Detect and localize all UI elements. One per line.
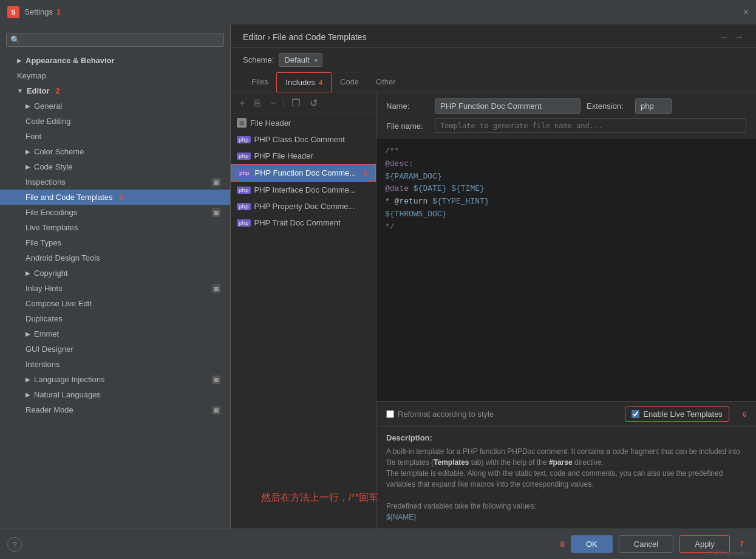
template-item-php-file-header[interactable]: php PHP File Header [231,148,376,164]
duplicate-template-button[interactable]: ❐ [289,96,302,110]
filename-label: File name: [386,122,429,131]
tab-files[interactable]: Files [243,72,276,92]
php-badge: php [237,170,251,177]
watermark: CSDN @vvvbird [707,550,751,557]
template-item-php-property-doc[interactable]: php PHP Property Doc Comme... [231,198,376,214]
file-header-icon: ▤ [237,118,247,128]
php-badge: php [237,187,251,194]
scheme-label: Scheme: [243,55,274,64]
window-title: Settings [24,7,53,16]
li-badge: ▦ [212,376,220,384]
expand-icon-cs: ▶ [26,148,30,155]
reset-template-button[interactable]: ↺ [307,96,320,110]
sidebar-item-color-scheme[interactable]: ▶ Color Scheme [0,144,230,159]
sidebar-item-language-injections[interactable]: ▶ Language Injections ▦ [0,372,230,387]
name-label: Name: [386,101,429,111]
tabs-row: Files Includes4 Code Other [231,72,756,92]
sidebar-item-keymap[interactable]: Keymap [0,68,230,83]
search-input[interactable] [22,36,220,44]
content-area: Editor › File and Code Templates ← → Sch… [231,24,756,529]
sidebar-item-file-types[interactable]: File Types [0,235,230,250]
search-icon: 🔍 [10,35,20,44]
content-header: Editor › File and Code Templates ← → [231,24,756,48]
sidebar-item-code-editing[interactable]: Code Editing [0,114,230,129]
tab-includes[interactable]: Includes4 [276,72,332,92]
add-template-button[interactable]: + [237,97,247,110]
template-item-php-class-doc[interactable]: php PHP Class Doc Comment [231,131,376,148]
template-item-php-interface-doc[interactable]: php PHP Interface Doc Comme... [231,182,376,198]
remove-template-button[interactable]: − [268,97,278,110]
sidebar-item-emmet[interactable]: ▶ Emmet [0,326,230,341]
expand-icon-code-style: ▶ [26,163,30,170]
editor-panel: Name: Extension: File name: /** @desc: [376,92,756,529]
split-area: + ⎘ − ❐ ↺ ▤ File Header php [231,92,756,529]
badge-1: 1 [56,7,61,16]
sidebar-item-reader-mode[interactable]: Reader Mode ▦ [0,402,230,417]
help-button[interactable]: ? [7,537,22,552]
template-item-php-trait-doc[interactable]: php PHP Trait Doc Comment [231,214,376,231]
sidebar-item-copyright[interactable]: ▶ Copyright [0,266,230,281]
enable-live-templates-button[interactable]: Enable Live Templates [625,406,729,422]
sidebar-item-android-design-tools[interactable]: Android Design Tools [0,250,230,266]
title-bar: S Settings 1 × [0,0,756,24]
sidebar-item-appearance[interactable]: ▶ Appearance & Behavior [0,53,230,68]
sidebar-item-natural-languages[interactable]: ▶ Natural Languages [0,387,230,402]
code-line-2: @desc: [385,158,747,171]
search-box[interactable]: 🔍 [6,33,224,47]
reformat-checkbox[interactable] [386,410,394,418]
name-row: Name: Extension: [386,98,746,114]
copy-template-button[interactable]: ⎘ [252,97,263,110]
sidebar-item-gui-designer[interactable]: GUI Designer [0,341,230,357]
editor-form: Name: Extension: File name: [376,92,756,139]
ok-button[interactable]: OK [571,535,613,553]
encodings-badge: ▦ [212,208,220,217]
expand-icon-editor: ▼ [17,87,23,94]
sidebar-item-font[interactable]: Font [0,129,230,144]
badge-3: 3 [119,193,123,202]
expand-icon-emmet: ▶ [26,331,30,337]
php-badge: php [237,153,251,160]
extension-input[interactable] [635,98,672,114]
code-line-6: ${THROWS_DOC} [385,208,747,221]
template-item-php-function-doc[interactable]: php PHP Function Doc Comme... 5 [231,164,376,182]
sidebar-item-file-code-templates[interactable]: File and Code Templates 3 [0,190,230,205]
sidebar-item-general[interactable]: ▶ General [0,98,230,114]
code-editor[interactable]: /** @desc: ${PARAM_DOC} @date ${DATE} ${… [376,139,756,401]
forward-button[interactable]: → [734,32,744,43]
filename-input[interactable] [435,118,746,133]
enable-live-checkbox[interactable] [632,410,639,418]
reader-mode-badge: ▦ [212,406,220,414]
sidebar-item-compose-live-edit[interactable]: Compose Live Edit [0,296,230,311]
sidebar-item-file-encodings[interactable]: File Encodings ▦ [0,205,230,220]
sidebar-item-inspections[interactable]: Inspections ▦ [0,174,230,190]
expand-icon-li: ▶ [26,376,30,383]
toolbar-row: + ⎘ − ❐ ↺ [231,92,376,114]
enable-live-label: Enable Live Templates [643,410,723,419]
sidebar-item-live-templates[interactable]: Live Templates [0,220,230,235]
badge-6: 6 [743,411,746,418]
php-badge: php [237,203,251,210]
breadcrumb: Editor › File and Code Templates [243,32,367,42]
name-input[interactable] [435,98,581,114]
sidebar-item-intentions[interactable]: Intentions [0,357,230,372]
cancel-button[interactable]: Cancel [619,535,673,553]
php-badge: php [237,136,251,143]
tab-other[interactable]: Other [367,72,404,92]
sidebar-item-inlay-hints[interactable]: Inlay Hints ▦ [0,281,230,296]
code-line-4: @date ${DATE} ${TIME} [385,183,747,196]
badge-2: 2 [55,86,60,95]
inspections-badge: ▦ [212,178,220,187]
bottom-options: Reformat according to style Enable Live … [376,401,756,427]
sidebar-item-duplicates[interactable]: Duplicates [0,311,230,326]
sidebar: 🔍 ▶ Appearance & Behavior Keymap ▼ Edito… [0,24,231,529]
description-label: Description: [386,433,746,442]
sidebar-item-editor[interactable]: ▼ Editor 2 [0,83,230,98]
template-item-file-header[interactable]: ▤ File Header [231,114,376,131]
reformat-label: Reformat according to style [398,410,494,419]
sidebar-item-code-style[interactable]: ▶ Code Style [0,159,230,174]
template-list: ▤ File Header php PHP Class Doc Comment … [231,114,376,529]
close-button[interactable]: × [743,7,749,18]
back-button[interactable]: ← [720,32,729,43]
scheme-select[interactable]: Default Project [279,53,322,67]
tab-code[interactable]: Code [332,72,367,92]
